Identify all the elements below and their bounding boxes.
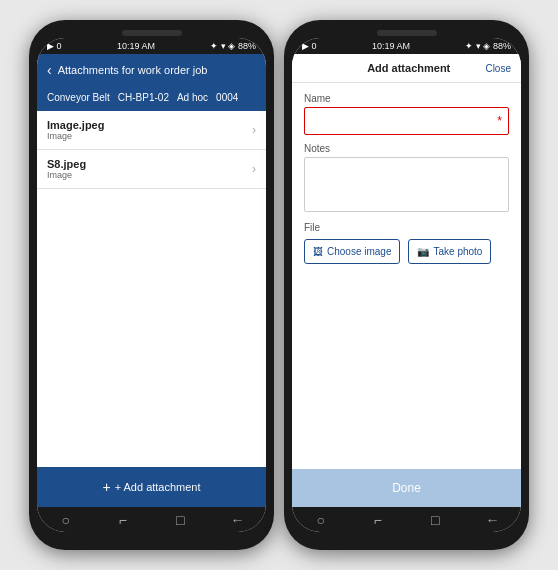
- attachment-info-0: Image.jpeg Image: [47, 119, 104, 141]
- info-number: 0004: [216, 92, 238, 103]
- attachment-name-1: S8.jpeg: [47, 158, 86, 170]
- take-photo-button[interactable]: 📷 Take photo: [408, 239, 491, 264]
- file-buttons: 🖼 Choose image 📷 Take photo: [304, 239, 509, 264]
- choose-image-icon: 🖼: [313, 246, 323, 257]
- add-attachment-label: + Add attachment: [115, 481, 201, 493]
- back-button-1[interactable]: ‹: [47, 62, 52, 78]
- name-label: Name: [304, 93, 509, 104]
- nav-circle-icon[interactable]: ○: [56, 512, 76, 528]
- name-input[interactable]: *: [304, 107, 509, 135]
- status-left-2: ▶ 0: [302, 41, 317, 51]
- add-attachment-button[interactable]: + + Add attachment: [37, 467, 266, 507]
- file-label: File: [304, 222, 509, 233]
- phone-2-screen: ▶ 0 10:19 AM ✦ ▾ ◈ 88% Add attachment Cl…: [292, 38, 521, 532]
- nav2-arrow-icon[interactable]: ←: [482, 512, 502, 528]
- page-title-2: Add attachment: [332, 62, 485, 74]
- attachment-item-1[interactable]: S8.jpeg Image ›: [37, 150, 266, 189]
- chevron-icon-0: ›: [252, 123, 256, 137]
- bottom-nav-1: ○ ⌐ □ ←: [37, 507, 266, 532]
- status-time-2: 10:19 AM: [372, 41, 410, 51]
- notes-label: Notes: [304, 143, 509, 154]
- info-conveyor: Conveyor Belt: [47, 92, 110, 103]
- notes-input[interactable]: [304, 157, 509, 212]
- take-photo-label: Take photo: [433, 246, 482, 257]
- info-adhoc: Ad hoc: [177, 92, 208, 103]
- status-icons-1: ✦ ▾ ◈ 88%: [210, 41, 256, 51]
- chevron-icon-1: ›: [252, 162, 256, 176]
- notes-field-group: Notes: [304, 143, 509, 212]
- nav-back-icon[interactable]: ⌐: [113, 512, 133, 528]
- header-1: ‹ Attachments for work order job: [37, 54, 266, 86]
- close-button[interactable]: Close: [485, 63, 511, 74]
- form-area: Name * Notes File 🖼 Choose: [292, 83, 521, 469]
- status-bar-2: ▶ 0 10:19 AM ✦ ▾ ◈ 88%: [292, 38, 521, 54]
- file-section: File 🖼 Choose image 📷 Take photo: [304, 222, 509, 264]
- nav-home-icon[interactable]: □: [170, 512, 190, 528]
- nav-arrow-icon[interactable]: ←: [227, 512, 247, 528]
- phone-1: ▶ 0 10:19 AM ✦ ▾ ◈ 88% ‹ Attachments for…: [29, 20, 274, 550]
- attachment-item-0[interactable]: Image.jpeg Image ›: [37, 111, 266, 150]
- nav2-home-icon[interactable]: □: [425, 512, 445, 528]
- nav2-back-icon[interactable]: ⌐: [368, 512, 388, 528]
- info-bar-1: Conveyor Belt CH-BP1-02 Ad hoc 0004: [37, 86, 266, 111]
- phone-2: ▶ 0 10:19 AM ✦ ▾ ◈ 88% Add attachment Cl…: [284, 20, 529, 550]
- take-photo-icon: 📷: [417, 246, 429, 257]
- nav2-circle-icon[interactable]: ○: [311, 512, 331, 528]
- bottom-nav-2: ○ ⌐ □ ←: [292, 507, 521, 532]
- phone-1-screen: ▶ 0 10:19 AM ✦ ▾ ◈ 88% ‹ Attachments for…: [37, 38, 266, 532]
- header-2: Add attachment Close: [292, 54, 521, 83]
- status-icons-2: ✦ ▾ ◈ 88%: [465, 41, 511, 51]
- page-title-1: Attachments for work order job: [58, 64, 208, 76]
- attachment-info-1: S8.jpeg Image: [47, 158, 86, 180]
- name-field-group: Name *: [304, 93, 509, 135]
- choose-image-button[interactable]: 🖼 Choose image: [304, 239, 400, 264]
- done-button[interactable]: Done: [292, 469, 521, 507]
- status-left-1: ▶ 0: [47, 41, 62, 51]
- attachment-list: Image.jpeg Image › S8.jpeg Image ›: [37, 111, 266, 467]
- required-star: *: [497, 114, 502, 128]
- plus-icon: +: [102, 479, 110, 495]
- attachment-type-0: Image: [47, 131, 104, 141]
- attachment-name-0: Image.jpeg: [47, 119, 104, 131]
- choose-image-label: Choose image: [327, 246, 391, 257]
- status-bar-1: ▶ 0 10:19 AM ✦ ▾ ◈ 88%: [37, 38, 266, 54]
- attachment-type-1: Image: [47, 170, 86, 180]
- status-time-1: 10:19 AM: [117, 41, 155, 51]
- info-code: CH-BP1-02: [118, 92, 169, 103]
